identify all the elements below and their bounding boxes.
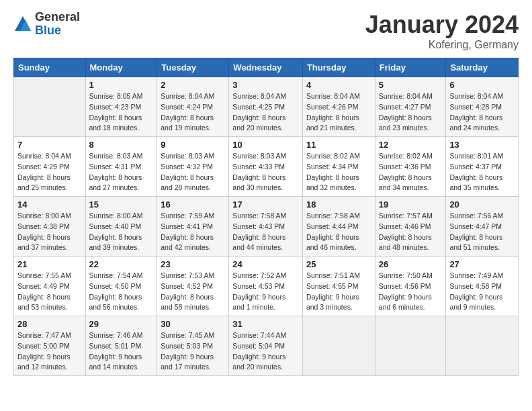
day-detail: Sunrise: 8:04 AMSunset: 4:27 PMDaylight:… (379, 91, 443, 134)
weekday-header: Thursday (302, 58, 375, 77)
calendar-cell: 17Sunrise: 7:58 AMSunset: 4:43 PMDayligh… (229, 197, 303, 257)
day-number: 16 (161, 199, 225, 210)
day-number: 19 (379, 199, 443, 210)
day-detail: Sunrise: 7:59 AMSunset: 4:41 PMDaylight:… (161, 211, 225, 253)
location: Kofering, Germany (365, 39, 519, 51)
day-detail: Sunrise: 8:02 AMSunset: 4:36 PMDaylight:… (379, 151, 443, 193)
title-block: January 2024 Kofering, Germany (365, 11, 519, 51)
day-number: 5 (379, 80, 443, 90)
day-number: 8 (89, 140, 154, 150)
day-number: 4 (306, 80, 371, 90)
day-number: 15 (89, 199, 154, 210)
calendar-cell: 29Sunrise: 7:46 AMSunset: 5:01 PMDayligh… (85, 316, 157, 376)
calendar-table: SundayMondayTuesdayWednesdayThursdayFrid… (13, 58, 519, 376)
day-detail: Sunrise: 7:58 AMSunset: 4:43 PMDaylight:… (232, 211, 299, 253)
day-number: 10 (232, 140, 299, 150)
calendar-cell: 30Sunrise: 7:45 AMSunset: 5:03 PMDayligh… (157, 316, 229, 376)
day-number: 25 (306, 259, 371, 269)
calendar-cell: 20Sunrise: 7:56 AMSunset: 4:47 PMDayligh… (446, 197, 519, 257)
weekday-header: Wednesday (229, 58, 303, 77)
calendar-cell: 22Sunrise: 7:54 AMSunset: 4:50 PMDayligh… (85, 257, 157, 316)
weekday-header: Sunday (14, 58, 86, 77)
calendar-cell: 26Sunrise: 7:50 AMSunset: 4:56 PMDayligh… (375, 257, 446, 316)
calendar-week-row: 1Sunrise: 8:05 AMSunset: 4:23 PMDaylight… (14, 77, 519, 137)
day-detail: Sunrise: 7:51 AMSunset: 4:55 PMDaylight:… (306, 271, 371, 313)
day-number: 2 (161, 80, 225, 90)
calendar-cell (14, 77, 86, 137)
day-detail: Sunrise: 7:54 AMSunset: 4:50 PMDaylight:… (89, 271, 154, 313)
calendar-cell: 25Sunrise: 7:51 AMSunset: 4:55 PMDayligh… (302, 257, 375, 316)
calendar-cell: 11Sunrise: 8:02 AMSunset: 4:34 PMDayligh… (302, 137, 375, 197)
day-number: 17 (232, 199, 299, 210)
day-detail: Sunrise: 7:47 AMSunset: 5:00 PMDaylight:… (17, 330, 82, 373)
logo: General Blue (13, 11, 80, 38)
calendar-cell: 2Sunrise: 8:04 AMSunset: 4:24 PMDaylight… (157, 77, 229, 137)
day-detail: Sunrise: 8:04 AMSunset: 4:25 PMDaylight:… (232, 91, 299, 134)
calendar-cell: 9Sunrise: 8:03 AMSunset: 4:32 PMDaylight… (157, 137, 229, 197)
day-number: 3 (232, 80, 299, 90)
calendar-cell: 24Sunrise: 7:52 AMSunset: 4:53 PMDayligh… (229, 257, 303, 316)
weekday-header: Friday (375, 58, 446, 77)
day-detail: Sunrise: 7:44 AMSunset: 5:04 PMDaylight:… (232, 330, 299, 373)
day-detail: Sunrise: 7:49 AMSunset: 4:58 PMDaylight:… (449, 271, 515, 313)
day-number: 7 (17, 140, 82, 150)
calendar-cell: 1Sunrise: 8:05 AMSunset: 4:23 PMDaylight… (85, 77, 157, 137)
day-detail: Sunrise: 7:52 AMSunset: 4:53 PMDaylight:… (232, 271, 299, 313)
day-detail: Sunrise: 8:01 AMSunset: 4:37 PMDaylight:… (449, 151, 515, 193)
day-number: 27 (449, 259, 515, 269)
day-detail: Sunrise: 8:03 AMSunset: 4:31 PMDaylight:… (89, 151, 154, 193)
day-number: 20 (449, 199, 515, 210)
day-number: 18 (306, 199, 371, 210)
day-detail: Sunrise: 7:56 AMSunset: 4:47 PMDaylight:… (449, 211, 515, 253)
calendar-cell: 28Sunrise: 7:47 AMSunset: 5:00 PMDayligh… (14, 316, 86, 376)
day-detail: Sunrise: 7:53 AMSunset: 4:52 PMDaylight:… (161, 271, 225, 313)
calendar-cell: 14Sunrise: 8:00 AMSunset: 4:38 PMDayligh… (14, 197, 86, 257)
day-number: 23 (161, 259, 225, 269)
calendar-cell (302, 316, 375, 376)
calendar-cell: 31Sunrise: 7:44 AMSunset: 5:04 PMDayligh… (229, 316, 303, 376)
month-title: January 2024 (365, 11, 519, 39)
weekday-header: Saturday (446, 58, 519, 77)
calendar-cell (375, 316, 446, 376)
day-detail: Sunrise: 8:04 AMSunset: 4:28 PMDaylight:… (449, 91, 515, 134)
day-detail: Sunrise: 7:45 AMSunset: 5:03 PMDaylight:… (161, 330, 225, 373)
weekday-header: Monday (85, 58, 157, 77)
day-detail: Sunrise: 8:05 AMSunset: 4:23 PMDaylight:… (89, 91, 154, 134)
calendar-cell: 23Sunrise: 7:53 AMSunset: 4:52 PMDayligh… (157, 257, 229, 316)
day-detail: Sunrise: 8:04 AMSunset: 4:26 PMDaylight:… (306, 91, 371, 134)
logo-icon (13, 15, 32, 34)
calendar-cell: 8Sunrise: 8:03 AMSunset: 4:31 PMDaylight… (85, 137, 157, 197)
day-detail: Sunrise: 8:03 AMSunset: 4:33 PMDaylight:… (232, 151, 299, 193)
calendar-cell: 21Sunrise: 7:55 AMSunset: 4:49 PMDayligh… (14, 257, 86, 316)
day-number: 24 (232, 259, 299, 269)
calendar-cell: 13Sunrise: 8:01 AMSunset: 4:37 PMDayligh… (446, 137, 519, 197)
calendar-cell: 12Sunrise: 8:02 AMSunset: 4:36 PMDayligh… (375, 137, 446, 197)
calendar-cell: 18Sunrise: 7:58 AMSunset: 4:44 PMDayligh… (302, 197, 375, 257)
calendar-cell: 27Sunrise: 7:49 AMSunset: 4:58 PMDayligh… (446, 257, 519, 316)
day-detail: Sunrise: 8:04 AMSunset: 4:24 PMDaylight:… (161, 91, 225, 134)
calendar-cell: 7Sunrise: 8:04 AMSunset: 4:29 PMDaylight… (14, 137, 86, 197)
day-detail: Sunrise: 8:03 AMSunset: 4:32 PMDaylight:… (161, 151, 225, 193)
calendar-week-row: 28Sunrise: 7:47 AMSunset: 5:00 PMDayligh… (14, 316, 519, 376)
calendar-cell: 16Sunrise: 7:59 AMSunset: 4:41 PMDayligh… (157, 197, 229, 257)
day-detail: Sunrise: 8:00 AMSunset: 4:40 PMDaylight:… (89, 211, 154, 253)
calendar-week-row: 14Sunrise: 8:00 AMSunset: 4:38 PMDayligh… (14, 197, 519, 257)
calendar-cell: 6Sunrise: 8:04 AMSunset: 4:28 PMDaylight… (446, 77, 519, 137)
weekday-header: Tuesday (157, 58, 229, 77)
calendar-cell: 10Sunrise: 8:03 AMSunset: 4:33 PMDayligh… (229, 137, 303, 197)
calendar-week-row: 7Sunrise: 8:04 AMSunset: 4:29 PMDaylight… (14, 137, 519, 197)
day-detail: Sunrise: 8:00 AMSunset: 4:38 PMDaylight:… (17, 211, 82, 253)
day-number: 11 (306, 140, 371, 150)
day-number: 21 (17, 259, 82, 269)
logo-blue: Blue (35, 24, 80, 38)
day-number: 6 (449, 80, 515, 90)
day-number: 31 (232, 319, 299, 329)
day-number: 26 (379, 259, 443, 269)
calendar-cell (446, 316, 519, 376)
calendar-cell: 5Sunrise: 8:04 AMSunset: 4:27 PMDaylight… (375, 77, 446, 137)
calendar-cell: 19Sunrise: 7:57 AMSunset: 4:46 PMDayligh… (375, 197, 446, 257)
day-detail: Sunrise: 7:50 AMSunset: 4:56 PMDaylight:… (379, 271, 443, 313)
weekday-header-row: SundayMondayTuesdayWednesdayThursdayFrid… (14, 58, 519, 77)
logo-text: General Blue (35, 11, 80, 38)
calendar-cell: 3Sunrise: 8:04 AMSunset: 4:25 PMDaylight… (229, 77, 303, 137)
